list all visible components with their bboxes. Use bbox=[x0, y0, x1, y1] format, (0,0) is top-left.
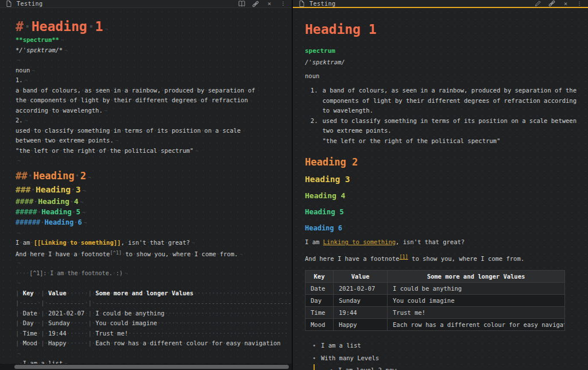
heading-2: Heading 2 bbox=[305, 156, 577, 168]
file-icon bbox=[5, 1, 12, 7]
source-line[interactable]: the·components·of·light·by·their·differe… bbox=[16, 95, 292, 106]
menu-icon[interactable]: ⋮ bbox=[280, 1, 287, 7]
list-item-text: I am a list bbox=[321, 340, 361, 352]
definition-line: used to classify something in terms of i… bbox=[322, 116, 577, 126]
source-line[interactable]: |·----·|·----------·|·------------------… bbox=[16, 298, 292, 309]
list-item: • I am a list bbox=[305, 340, 577, 352]
text: And here I have a footnote bbox=[305, 255, 399, 262]
source-line[interactable]: ¬ bbox=[16, 156, 292, 166]
preview-pane-titlebar: Testing × ⋮ bbox=[293, 0, 588, 8]
source-line[interactable]: |·Date·|·2021-02-07·|·I·could·be·anythin… bbox=[16, 309, 292, 319]
source-line[interactable]: |·Key··|·Value······|·Some·more·and·long… bbox=[16, 288, 292, 299]
text: I am bbox=[305, 238, 323, 245]
markdown-source-editor[interactable]: #·Heading·1¬**spectrum**¬*/ˈspɛktrəm/*¬¬… bbox=[0, 9, 292, 370]
preview-toggle-icon[interactable] bbox=[238, 1, 245, 7]
horizontal-scrollbar-track bbox=[0, 364, 292, 370]
table-header-row: Key Value Some more and longer Values bbox=[305, 271, 565, 283]
text: to show you, where I come from. bbox=[408, 255, 524, 262]
table-cell: I could be anything bbox=[388, 283, 565, 295]
source-pane-title[interactable]: Testing bbox=[17, 1, 43, 7]
source-line[interactable]: ##·Heading·2¬ bbox=[16, 168, 292, 183]
table-cell: Date bbox=[305, 283, 334, 295]
footnote-paragraph: And here I have a footnote[1] to show yo… bbox=[305, 250, 577, 265]
source-line[interactable]: 1.¬ bbox=[16, 75, 292, 86]
list-item: 2. used to classify something in terms o… bbox=[305, 116, 577, 147]
horizontal-scrollbar[interactable] bbox=[14, 365, 289, 369]
source-line[interactable]: ¬ bbox=[16, 55, 292, 65]
close-icon[interactable]: × bbox=[562, 0, 569, 7]
source-line[interactable]: #####·Heading·5¬ bbox=[16, 207, 292, 218]
source-line[interactable]: And·here·I·have·a·footnote[^1]·to·show·y… bbox=[16, 248, 292, 259]
definition-list: 1. a band of colours, as seen in a rainb… bbox=[305, 86, 577, 146]
definition-line: a band of colours, as seen in a rainbow,… bbox=[322, 86, 577, 96]
source-line[interactable]: ###·Heading·3¬ bbox=[16, 183, 292, 196]
source-pane-titlebar: Testing × ⋮ bbox=[0, 0, 292, 8]
part-of-speech: noun bbox=[305, 72, 577, 79]
source-line[interactable]: ####·Heading·4¬ bbox=[16, 196, 292, 207]
footnote-ref[interactable]: [1] bbox=[399, 254, 408, 260]
table-cell: Sunday bbox=[334, 295, 388, 307]
preview-pane: Testing × ⋮ Heading 1 spectrum bbox=[293, 0, 588, 370]
list-item: 1. a band of colours, as seen in a rainb… bbox=[305, 86, 577, 116]
source-line[interactable]: |·Day··|·Sunday·····|·You·could·imagine·… bbox=[16, 318, 292, 329]
source-line[interactable]: */ˈspɛktrəm/*¬ bbox=[16, 45, 292, 56]
nested-list: • I am level 2 now bbox=[314, 364, 577, 370]
source-line[interactable]: **spectrum**¬ bbox=[16, 35, 292, 45]
table-cell: You could imagine bbox=[388, 295, 565, 307]
source-line[interactable]: ¬ bbox=[16, 258, 292, 268]
heading-4: Heading 4 bbox=[305, 190, 577, 201]
definition-line: to wavelength. bbox=[322, 106, 577, 116]
table-row: Day Sunday You could imagine bbox=[305, 295, 565, 307]
source-line[interactable]: #·Heading·1¬ bbox=[16, 18, 292, 35]
definition-line: "the left or the right of the political … bbox=[322, 136, 577, 147]
source-line[interactable]: ######·Heading·6¬ bbox=[16, 217, 292, 228]
table-cell: Happy bbox=[334, 319, 388, 331]
pronunciation: /ˈspɛktrəm/ bbox=[305, 59, 577, 65]
source-line[interactable]: ¬ bbox=[16, 349, 292, 359]
table-row: Date 2021-02-07 I could be anything bbox=[305, 283, 565, 295]
rendered-preview[interactable]: Heading 1 spectrum /ˈspɛktrəm/ noun 1. a… bbox=[293, 9, 588, 370]
link-icon[interactable] bbox=[252, 1, 259, 7]
definition-line: components of light by their different d… bbox=[322, 96, 577, 106]
bullet-icon: • bbox=[312, 340, 321, 352]
file-icon bbox=[298, 0, 305, 7]
bullet-list: • I am a list • With many Levels • I am … bbox=[305, 340, 577, 370]
heading-1: Heading 1 bbox=[305, 21, 577, 38]
source-line[interactable]: used·to·classify·something·in·terms·of·i… bbox=[16, 126, 292, 136]
bullet-icon: • bbox=[330, 364, 338, 370]
source-line[interactable]: between·two·extreme·points.¬ bbox=[16, 136, 292, 146]
source-line[interactable]: ¬ bbox=[16, 228, 292, 238]
list-item-text: With many Levels bbox=[321, 352, 379, 365]
link-paragraph: I am Linking to something, isn't that gr… bbox=[305, 236, 577, 248]
source-line[interactable]: 2.¬ bbox=[16, 115, 292, 126]
source-line[interactable]: ¬ bbox=[16, 278, 292, 288]
titlebar-actions: × ⋮ bbox=[535, 0, 583, 7]
list-number: 2. bbox=[308, 116, 318, 147]
word-spectrum: spectrum bbox=[305, 47, 577, 55]
list-item-text: I am level 2 now bbox=[338, 364, 396, 370]
column-header: Key bbox=[305, 271, 334, 283]
preview-pane-title[interactable]: Testing bbox=[310, 1, 336, 7]
edit-icon[interactable] bbox=[535, 0, 541, 7]
source-line[interactable]: ····[^1]:·I·am·the·footnote.·:)¬ bbox=[16, 268, 292, 279]
table-cell: Time bbox=[305, 307, 334, 319]
close-icon[interactable]: × bbox=[266, 1, 273, 7]
markdown-editor-window: Testing × ⋮ #·Heading·1¬**spectrum**¬*/ˈ… bbox=[0, 0, 588, 370]
source-line[interactable]: according·to·wavelength.¬ bbox=[16, 106, 292, 116]
data-table: Key Value Some more and longer Values Da… bbox=[305, 270, 565, 331]
link-icon[interactable] bbox=[548, 0, 555, 7]
heading-5: Heading 5 bbox=[305, 207, 577, 217]
source-line[interactable]: I·am·[[Linking·to·something]],·isn't·tha… bbox=[16, 238, 292, 248]
titlebar-actions: × ⋮ bbox=[238, 1, 287, 7]
source-line[interactable]: |·Mood·|·Happy······|·Each·row·has·a·dif… bbox=[16, 338, 292, 349]
source-line[interactable]: "the·left·or·the·right·of·the·political·… bbox=[16, 146, 292, 156]
source-line[interactable]: a·band·of·colours,·as·seen·in·a·rainbow,… bbox=[16, 86, 292, 96]
heading-6: Heading 6 bbox=[305, 223, 577, 233]
table-cell: Trust me! bbox=[388, 307, 565, 319]
source-line[interactable]: |·Time·|·19:44······|·Trust·me!·········… bbox=[16, 329, 292, 339]
menu-icon[interactable]: ⋮ bbox=[576, 0, 583, 7]
table-row: Time 19:44 Trust me! bbox=[305, 307, 565, 319]
source-line[interactable]: noun¬ bbox=[16, 65, 292, 76]
column-header: Some more and longer Values bbox=[388, 271, 565, 283]
wiki-link[interactable]: Linking to something bbox=[323, 238, 396, 245]
